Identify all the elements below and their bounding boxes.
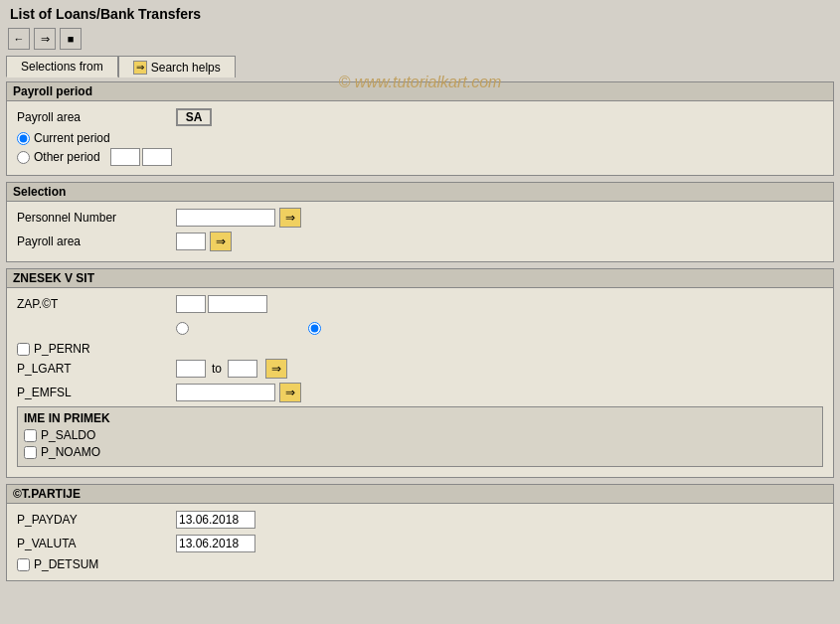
p-lgart-input1[interactable] (176, 360, 206, 378)
other-period-input2[interactable] (142, 148, 172, 166)
tab-bar: Selections from ⇒ Search helps (0, 52, 840, 78)
p-emfsl-row: P_EMFSL ⇒ (17, 383, 823, 402)
selection-payroll-area-input[interactable] (176, 233, 206, 250)
forward-icon[interactable]: ⇒ (34, 28, 56, 50)
p-pernr-row: P_PERNR (17, 342, 823, 356)
tab-selections-from-label: Selections from (21, 60, 103, 74)
payroll-area-row: Payroll area SA (17, 107, 823, 127)
p-payday-input[interactable] (176, 511, 255, 529)
other-period-input1[interactable] (110, 148, 140, 166)
other-period-radio[interactable] (17, 151, 30, 164)
zap-label: ZAP.©T (17, 297, 176, 311)
p-valuta-label: P_VALUTA (17, 537, 176, 550)
tab-search-helps[interactable]: ⇒ Search helps (118, 56, 236, 78)
zap-input1[interactable] (176, 295, 206, 313)
search-helps-arrow-icon: ⇒ (133, 61, 147, 75)
current-period-label: Current period (34, 131, 110, 145)
p-lgart-label: P_LGART (17, 362, 176, 376)
tab-search-helps-label: Search helps (151, 61, 221, 75)
p-detsum-checkbox[interactable] (17, 558, 30, 571)
p-payday-label: P_PAYDAY (17, 513, 176, 527)
back-icon[interactable]: ← (8, 28, 30, 50)
p-noamo-label: P_NOAMO (41, 445, 100, 459)
ime-in-primek-header: IME IN PRIMEK (24, 411, 816, 425)
p-payday-row: P_PAYDAY (17, 510, 823, 530)
personnel-number-input[interactable] (176, 209, 275, 227)
znesek-section: ZNESEK V SIT ZAP.©T P_PERNR P_LGART to (6, 268, 834, 478)
payroll-period-body: Payroll area SA Current period Other per… (7, 101, 833, 175)
selection-section: Selection Personnel Number ⇒ Payroll are… (6, 182, 834, 262)
personnel-number-label: Personnel Number (17, 211, 176, 225)
personnel-number-arrow-btn[interactable]: ⇒ (279, 208, 301, 228)
save-icon[interactable]: ■ (60, 28, 82, 50)
payroll-area-label: Payroll area (17, 110, 176, 124)
t-partije-body: P_PAYDAY P_VALUTA P_DETSUM (7, 504, 833, 580)
toolbar: ← ⇒ ■ (0, 26, 840, 52)
selection-payroll-area-label: Payroll area (17, 234, 176, 248)
znesek-radio1[interactable] (176, 322, 189, 335)
current-period-radio[interactable] (17, 132, 30, 145)
selection-payroll-area-row: Payroll area ⇒ (17, 232, 823, 251)
zap-input2[interactable] (208, 295, 267, 313)
p-emfsl-input[interactable] (176, 384, 275, 401)
p-detsum-row: P_DETSUM (17, 557, 823, 571)
znesek-radio2[interactable] (308, 322, 321, 335)
zap-row: ZAP.©T (17, 294, 823, 314)
ime-in-primek-box: IME IN PRIMEK P_SALDO P_NOAMO (17, 406, 823, 467)
selection-payroll-area-arrow-btn[interactable]: ⇒ (210, 232, 232, 251)
t-partije-header: ©T.PARTIJE (7, 485, 833, 504)
p-noamo-checkbox[interactable] (24, 446, 37, 459)
to-label: to (212, 362, 222, 376)
page-title: List of Loans/Bank Transfers (10, 6, 201, 22)
payroll-period-section: Payroll period Payroll area SA Current p… (6, 81, 834, 176)
p-valuta-row: P_VALUTA (17, 534, 823, 553)
p-lgart-input2[interactable] (228, 360, 257, 378)
personnel-number-row: Personnel Number ⇒ (17, 208, 823, 228)
t-partije-section: ©T.PARTIJE P_PAYDAY P_VALUTA P_DETSUM (6, 484, 834, 581)
p-pernr-label: P_PERNR (34, 342, 90, 356)
radio-row2 (176, 318, 823, 338)
p-valuta-input[interactable] (176, 535, 255, 552)
p-pernr-checkbox[interactable] (17, 343, 30, 356)
znesek-header: ZNESEK V SIT (7, 269, 833, 288)
p-emfsl-label: P_EMFSL (17, 386, 176, 399)
main-content: Payroll period Payroll area SA Current p… (0, 78, 840, 591)
other-period-row: Other period (17, 148, 823, 166)
znesek-body: ZAP.©T P_PERNR P_LGART to ⇒ P_EMFSL (7, 288, 833, 477)
selection-header: Selection (7, 183, 833, 202)
p-emfsl-arrow-btn[interactable]: ⇒ (279, 383, 301, 402)
payroll-period-header: Payroll period (7, 82, 833, 101)
tab-selections-from[interactable]: Selections from (6, 56, 118, 78)
other-period-label: Other period (34, 150, 100, 164)
p-noamo-row: P_NOAMO (24, 445, 816, 459)
p-saldo-row: P_SALDO (24, 428, 816, 442)
current-period-row: Current period (17, 131, 823, 145)
payroll-area-value: SA (176, 108, 212, 126)
p-detsum-label: P_DETSUM (34, 557, 98, 571)
p-lgart-arrow-btn[interactable]: ⇒ (265, 359, 287, 379)
p-saldo-checkbox[interactable] (24, 429, 37, 442)
title-bar: List of Loans/Bank Transfers (0, 0, 840, 26)
selection-body: Personnel Number ⇒ Payroll area ⇒ (7, 202, 833, 261)
p-lgart-row: P_LGART to ⇒ (17, 359, 823, 379)
p-saldo-label: P_SALDO (41, 428, 95, 442)
